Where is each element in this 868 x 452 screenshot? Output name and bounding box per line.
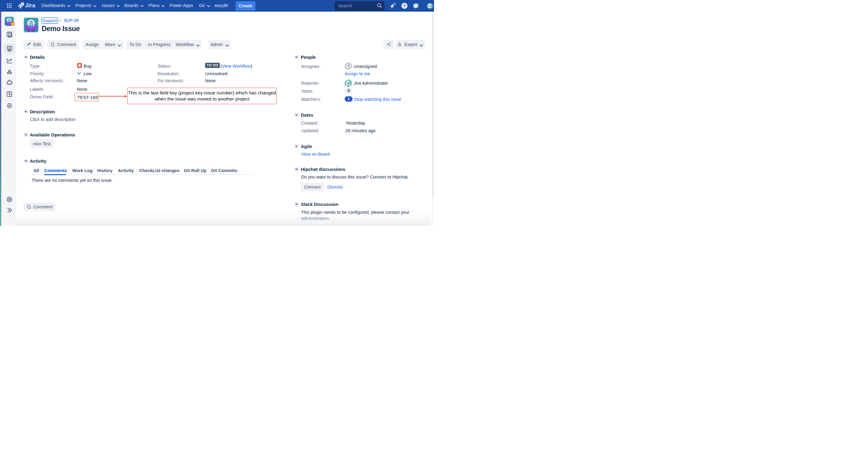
svg-text:?: ? — [403, 4, 406, 8]
svg-text:?: ? — [347, 64, 349, 68]
